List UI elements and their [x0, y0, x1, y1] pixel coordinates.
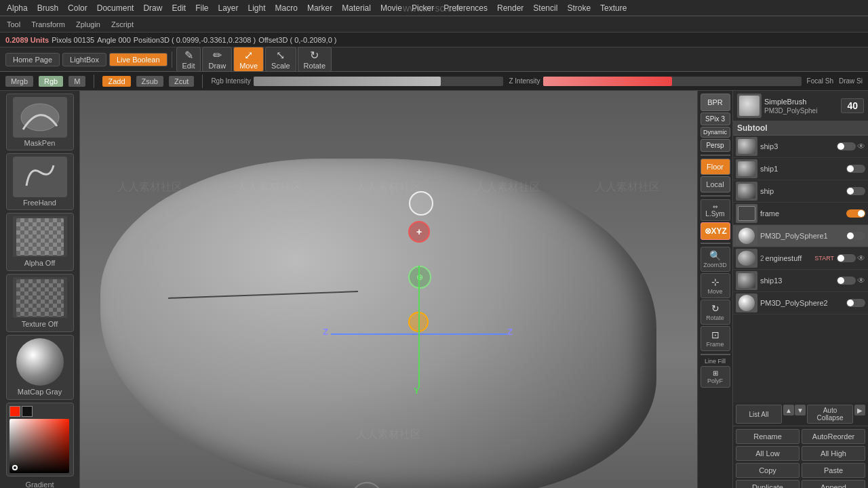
top-gizmo-ring[interactable] — [409, 191, 433, 216]
subtool-ship-toggle[interactable] — [846, 187, 865, 195]
rename-button[interactable]: Rename — [736, 429, 800, 444]
color-picker[interactable] — [6, 403, 74, 476]
background-swatch[interactable] — [22, 406, 33, 417]
list-scroll-down[interactable]: ▼ — [795, 405, 806, 415]
menu-material[interactable]: Material — [338, 2, 375, 14]
menu-draw[interactable]: Draw — [139, 2, 166, 14]
local-button[interactable]: Local — [701, 176, 730, 192]
menu-color[interactable]: Color — [64, 2, 92, 14]
persp-button[interactable]: Persp — [701, 139, 730, 152]
subtool-ship3-toggle[interactable] — [837, 142, 856, 150]
subtool-ship3-eye[interactable]: 👁 — [857, 142, 865, 151]
m-button[interactable]: M — [68, 76, 85, 87]
subtool-pm3d1[interactable]: PM3D_PolySphere1 — [733, 225, 868, 247]
alpha-off-button[interactable]: Alpha Off — [6, 213, 74, 271]
menu-picker[interactable]: Picker — [408, 2, 438, 14]
menu-marker[interactable]: Marker — [303, 2, 336, 14]
texture-off-button[interactable]: Texture Off — [6, 274, 74, 332]
menu-document[interactable]: Document — [93, 2, 138, 14]
floor-button[interactable]: Floor — [701, 159, 730, 175]
subtool-frame-toggle[interactable] — [846, 209, 865, 218]
foreground-swatch[interactable] — [9, 406, 20, 417]
copy-button[interactable]: Copy — [736, 463, 800, 478]
all-high-button[interactable]: All High — [802, 446, 865, 461]
zadd-button[interactable]: Zadd — [102, 76, 130, 87]
brush-thumb[interactable] — [737, 94, 762, 118]
polyf-button[interactable]: ⊞ PolyF — [701, 366, 730, 388]
subtool-ship13-toggle[interactable] — [837, 277, 856, 285]
rotate-canvas-button[interactable]: ↻ Rotate — [701, 300, 730, 325]
toolbar2-zplugin[interactable]: Zplugin — [72, 20, 104, 29]
xyz-button[interactable]: ⊗XYZ — [701, 222, 730, 240]
bpr-button[interactable]: BPR — [701, 94, 730, 111]
menu-layer[interactable]: Layer — [214, 2, 243, 14]
subtool-enginestuff-toggle[interactable] — [837, 254, 856, 262]
menu-stencil[interactable]: Stencil — [529, 2, 561, 14]
subtool-ship3[interactable]: ship3 👁 — [733, 136, 868, 158]
draw-button[interactable]: ✏ Draw — [202, 47, 232, 72]
move-button[interactable]: ⤢ Move — [233, 47, 264, 72]
menu-file[interactable]: File — [191, 2, 212, 14]
menu-light[interactable]: Light — [244, 2, 270, 14]
autoreorder-button[interactable]: AutoReorder — [802, 429, 865, 444]
subtool-pm3d2-toggle[interactable] — [846, 299, 865, 307]
mrgb-button[interactable]: Mrgb — [5, 76, 33, 87]
append-button[interactable]: Append — [802, 480, 865, 488]
home-page-button[interactable]: Home Page — [5, 53, 60, 66]
move-gizmo[interactable]: ⊕ — [408, 266, 431, 289]
menu-edit[interactable]: Edit — [167, 2, 190, 14]
paste-button[interactable]: Paste — [802, 463, 865, 478]
toolbar2-transform[interactable]: Transform — [27, 20, 69, 29]
red-gizmo[interactable]: + — [408, 221, 430, 243]
subtool-enginestuff-eye[interactable]: 👁 — [857, 253, 865, 263]
rotate-button[interactable]: ↻ Rotate — [298, 47, 332, 72]
list-all-button[interactable]: List All — [736, 405, 782, 424]
live-boolean-button[interactable]: Live Boolean — [109, 53, 167, 66]
brush-maskpen[interactable]: MaskPen — [6, 94, 74, 150]
subtool-ship1[interactable]: ship1 — [733, 158, 868, 180]
z-intensity-slider[interactable] — [543, 77, 802, 86]
lightbox-button[interactable]: LightBox — [62, 53, 106, 66]
color-gradient-picker[interactable] — [9, 419, 69, 473]
texture-preview — [13, 277, 67, 318]
canvas-area[interactable]: + Z Z ⊕ Y 人人素材社区 人人素材社区 人人素材社区 人人素材社区 人人… — [80, 91, 697, 488]
move-canvas-button[interactable]: ⊹ Move — [701, 273, 730, 298]
subtool-enginestuff[interactable]: 2 enginestuff START 👁 — [733, 247, 868, 270]
subtool-ship13[interactable]: ship13 👁 — [733, 270, 868, 292]
matcap-gray-button[interactable]: MatCap Gray — [6, 335, 74, 400]
spix-button[interactable]: SPix 3 — [701, 113, 730, 125]
zsub-button[interactable]: Zsub — [136, 76, 163, 87]
menu-brush[interactable]: Brush — [33, 2, 62, 14]
subtool-pm3d2[interactable]: PM3D_PolySphere2 — [733, 292, 868, 314]
subtool-ship[interactable]: ship — [733, 180, 868, 203]
zoom3d-button[interactable]: 🔍 Zoom3D — [701, 247, 730, 272]
subtool-pm3d1-toggle[interactable] — [846, 232, 865, 240]
menu-texture[interactable]: Texture — [596, 2, 631, 14]
zcut-button[interactable]: Zcut — [169, 76, 194, 87]
rgb-button[interactable]: Rgb — [39, 76, 63, 87]
brush-freehand[interactable]: FreeHand — [6, 153, 74, 210]
toolbar2-tool[interactable]: Tool — [3, 20, 24, 29]
edit-button[interactable]: ✎ Edit — [176, 47, 201, 72]
menu-preferences[interactable]: Preferences — [439, 2, 492, 14]
lsym-button[interactable]: ⇔ L.Sym — [701, 199, 730, 221]
toolbar2-zscript[interactable]: Zscript — [107, 20, 138, 29]
menu-macro[interactable]: Macro — [271, 2, 302, 14]
all-low-button[interactable]: All Low — [736, 446, 800, 461]
subtool-ship13-eye[interactable]: 👁 — [857, 276, 865, 285]
auto-collapse-button[interactable]: Auto Collapse — [807, 405, 853, 424]
list-scroll-up[interactable]: ▲ — [783, 405, 794, 415]
menu-stroke[interactable]: Stroke — [563, 2, 595, 14]
menu-alpha[interactable]: Alpha — [3, 2, 32, 14]
subtool-frame[interactable]: frame — [733, 203, 868, 225]
menu-movie[interactable]: Movie — [376, 2, 406, 14]
duplicate-button[interactable]: Duplicate — [736, 480, 800, 488]
scale-button[interactable]: ⤡ Scale — [265, 47, 296, 72]
auto-collapse-arrow[interactable]: ▶ — [854, 405, 865, 415]
frame-button[interactable]: ⊡ Frame — [701, 326, 730, 351]
dynamic-button[interactable]: Dynamic — [701, 127, 730, 138]
subtool-ship1-toggle[interactable] — [846, 165, 865, 173]
rgb-intensity-slider[interactable] — [254, 77, 504, 86]
brush-size-display[interactable]: 40 — [841, 98, 864, 113]
menu-render[interactable]: Render — [493, 2, 528, 14]
